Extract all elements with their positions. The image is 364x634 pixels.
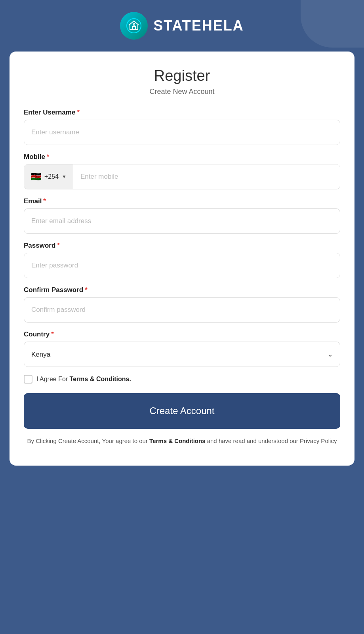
- mobile-label: Mobile *: [24, 153, 340, 161]
- terms-link[interactable]: Terms & Conditions.: [70, 376, 131, 382]
- email-input[interactable]: [24, 208, 340, 234]
- country-code-text: +254: [44, 173, 59, 180]
- country-code-selector[interactable]: 🇰🇪 +254 ▼: [24, 164, 73, 189]
- country-select-wrapper: Kenya Uganda Tanzania Rwanda Ethiopia Ni…: [24, 342, 340, 367]
- country-field-group: Country * Kenya Uganda Tanzania Rwanda E…: [24, 330, 340, 367]
- username-label: Enter Username *: [24, 109, 340, 116]
- form-subtitle: Create New Account: [24, 88, 340, 96]
- terms-text: I Agree For Terms & Conditions.: [36, 376, 131, 383]
- confirm-password-label: Confirm Password *: [24, 286, 340, 294]
- mobile-input-row: 🇰🇪 +254 ▼: [24, 164, 340, 189]
- password-input[interactable]: [24, 253, 340, 278]
- app-logo: $: [120, 12, 148, 40]
- country-select[interactable]: Kenya Uganda Tanzania Rwanda Ethiopia Ni…: [24, 342, 340, 367]
- form-title: Register: [24, 67, 340, 84]
- username-input[interactable]: [24, 120, 340, 145]
- create-account-button[interactable]: Create Account: [24, 393, 340, 429]
- brand-name: STATEHELA: [153, 17, 244, 34]
- username-field-group: Enter Username *: [24, 109, 340, 145]
- password-required: *: [57, 242, 60, 250]
- username-required: *: [77, 109, 80, 116]
- footer-disclaimer: By Clicking Create Account, Your agree t…: [24, 437, 340, 446]
- email-label: Email *: [24, 197, 340, 205]
- mobile-number-input[interactable]: [73, 164, 340, 189]
- password-field-group: Password *: [24, 242, 340, 278]
- kenya-flag-icon: 🇰🇪: [30, 172, 41, 182]
- email-required: *: [43, 197, 46, 205]
- confirm-password-required: *: [85, 286, 88, 294]
- confirm-password-input[interactable]: [24, 297, 340, 323]
- country-required: *: [51, 330, 54, 338]
- confirm-password-field-group: Confirm Password *: [24, 286, 340, 323]
- register-form-card: Register Create New Account Enter Userna…: [10, 52, 354, 466]
- terms-row: I Agree For Terms & Conditions.: [24, 375, 340, 384]
- mobile-field-group: Mobile * 🇰🇪 +254 ▼: [24, 153, 340, 189]
- footer-terms-link[interactable]: Terms & Conditions: [149, 437, 205, 444]
- country-code-chevron-icon: ▼: [62, 174, 67, 180]
- svg-text:$: $: [133, 23, 135, 27]
- email-field-group: Email *: [24, 197, 340, 234]
- country-label: Country *: [24, 330, 340, 338]
- mobile-required: *: [47, 153, 50, 161]
- password-label: Password *: [24, 242, 340, 250]
- app-header: $ STATEHELA: [0, 0, 364, 52]
- terms-checkbox[interactable]: [24, 375, 32, 384]
